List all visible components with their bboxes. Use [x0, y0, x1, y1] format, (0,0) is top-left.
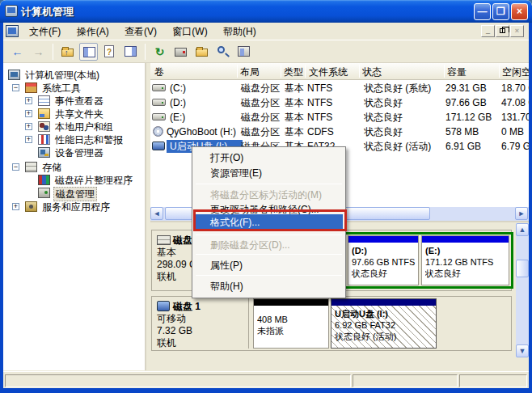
status-bar	[3, 371, 529, 388]
cell-type: 基本	[285, 95, 304, 110]
disk1-type: 可移动	[157, 313, 248, 325]
menu-item-help[interactable]: 帮助(H)	[195, 279, 343, 294]
tree-item-label[interactable]: 本地用户和组	[53, 120, 115, 133]
forward-icon[interactable]: →	[29, 43, 48, 61]
close-button[interactable]: ×	[511, 3, 528, 20]
tree-item-label[interactable]: 性能日志和警报	[53, 133, 125, 146]
app-window-icon	[5, 5, 18, 17]
scroll-left-icon[interactable]: ◄	[150, 207, 163, 220]
column-free-space[interactable]: 空闲空间	[502, 66, 529, 79]
menu-view[interactable]: 查看(V)	[118, 23, 163, 40]
cell-volume[interactable]: (D:)	[170, 95, 186, 110]
menu-item-properties[interactable]: 属性(P)	[195, 258, 343, 273]
cell-volume[interactable]: (C:)	[170, 81, 186, 95]
scroll-down-icon[interactable]: ▼	[516, 344, 529, 357]
child-restore-button[interactable]	[496, 25, 509, 37]
volume-row-e[interactable]: (E:) 磁盘分区 基本 NTFS 状态良好 171.12 GB 131.70	[150, 110, 529, 125]
partition-i-selected[interactable]: U启动U盘 (I:) 6.92 GB FAT32 状态良好 (活动)	[331, 298, 437, 349]
column-status[interactable]: 状态	[362, 66, 382, 79]
column-volume[interactable]: 卷	[154, 66, 164, 79]
cell-volume[interactable]: QyGhoBoot (H:)	[167, 125, 236, 139]
search-icon[interactable]	[213, 43, 232, 61]
logical-drive-bar	[422, 236, 509, 243]
cell-volume[interactable]: (E:)	[170, 110, 185, 125]
expand-icon[interactable]: +	[12, 203, 19, 210]
expand-icon[interactable]: +	[25, 97, 32, 104]
child-minimize-button[interactable]: _	[481, 25, 495, 37]
tree-item-label[interactable]: 事件查看器	[53, 95, 105, 108]
title-bar[interactable]: 计算机管理 — ❐ ×	[0, 0, 532, 23]
cell-status: 状态良好	[364, 95, 403, 110]
tree-item-label[interactable]: 计算机管理(本地)	[23, 69, 101, 82]
cell-type: 基本	[285, 125, 304, 139]
cell-capacity: 97.66 GB	[445, 95, 487, 110]
cell-layout: 磁盘分区	[241, 125, 280, 139]
usb-drive-icon	[152, 142, 165, 150]
collapse-icon[interactable]: −	[12, 163, 19, 171]
column-type[interactable]: 类型	[284, 66, 303, 79]
open-folder-icon[interactable]	[192, 43, 211, 61]
menu-item-explore[interactable]: 资源管理(E)	[195, 166, 343, 180]
disk-properties-icon[interactable]	[171, 43, 190, 61]
menu-item-open[interactable]: 打开(O)	[195, 150, 343, 165]
menu-action[interactable]: 操作(A)	[70, 23, 116, 40]
hard-disk-icon	[157, 235, 171, 245]
unallocated-space[interactable]: 408 MB 未指派	[253, 298, 329, 349]
help-doc-icon[interactable]: ?	[100, 43, 119, 61]
column-layout[interactable]: 布局	[240, 66, 260, 79]
vertical-scroll-thumb[interactable]	[516, 260, 529, 277]
defragmenter-icon	[38, 175, 50, 185]
cell-capacity: 29.31 GB	[445, 81, 487, 95]
menu-help[interactable]: 帮助(H)	[217, 23, 263, 40]
drive-icon	[152, 113, 166, 120]
cell-filesystem: NTFS	[307, 95, 332, 110]
column-capacity[interactable]: 容量	[447, 66, 467, 79]
refresh-icon[interactable]: ↻	[150, 43, 169, 61]
volume-row-h[interactable]: QyGhoBoot (H:) 磁盘分区 基本 CDFS 状态良好 578 MB …	[150, 125, 529, 139]
tree-item-label[interactable]: 设备管理器	[53, 146, 105, 159]
cell-layout: 磁盘分区	[241, 110, 280, 125]
menu-window[interactable]: 窗口(W)	[166, 23, 213, 40]
back-icon[interactable]: ←	[8, 43, 27, 61]
computer-icon	[8, 70, 20, 80]
show-right-pane-icon[interactable]	[121, 43, 140, 61]
show-console-tree-icon[interactable]	[79, 43, 98, 61]
column-filesystem[interactable]: 文件系统	[309, 66, 348, 79]
partition-d[interactable]: (D:) 97.66 GB NTFS 状态良好	[348, 235, 419, 285]
tree-item-label[interactable]: 存储	[40, 161, 63, 174]
scroll-up-icon[interactable]: ▲	[516, 223, 529, 236]
unallocated-bar	[254, 299, 328, 306]
partition-info: 171.12 GB NTFS	[425, 256, 507, 268]
expand-icon[interactable]: +	[25, 136, 32, 143]
disk1-label[interactable]: 磁盘 1 可移动 7.32 GB 联机	[154, 298, 249, 349]
cell-capacity: 578 MB	[445, 125, 479, 139]
up-folder-icon[interactable]: ↑	[58, 43, 77, 61]
expand-icon[interactable]: +	[25, 123, 32, 130]
toolbar: ← → ↑ ? ↻	[3, 41, 529, 63]
collapse-icon[interactable]: −	[12, 84, 19, 91]
scroll-right-icon[interactable]: ►	[515, 207, 528, 220]
cell-capacity: 171.12 GB	[445, 110, 492, 125]
tree-item-label[interactable]: 系统工具	[40, 82, 82, 95]
console-icon[interactable]	[234, 43, 253, 61]
tree-item-label[interactable]: 磁盘管理	[53, 187, 97, 201]
expand-icon[interactable]: +	[25, 110, 32, 117]
tree-item-label[interactable]: 服务和应用程序	[40, 201, 112, 213]
status-segment	[5, 374, 351, 387]
menu-file[interactable]: 文件(F)	[23, 23, 67, 40]
tree-item-label[interactable]: 共享文件夹	[53, 108, 105, 120]
cell-free: 131.70	[501, 110, 529, 125]
disk1-row: 磁盘 1 可移动 7.32 GB 联机 408 MB 未指派 U启动U盘 (I:…	[151, 296, 512, 351]
partition-info: 97.66 GB NTFS	[352, 256, 416, 268]
toolbar-separator	[53, 44, 53, 60]
volume-row-c[interactable]: (C:) 磁盘分区 基本 NTFS 状态良好 (系统) 29.31 GB 18.…	[150, 81, 529, 95]
maximize-button[interactable]: ❐	[492, 3, 509, 20]
partition-e[interactable]: (E:) 171.12 GB NTFS 状态良好	[421, 235, 509, 285]
volume-row-d[interactable]: (D:) 磁盘分区 基本 NTFS 状态良好 97.66 GB 47.08 G	[150, 95, 529, 110]
partition-label: (D:)	[352, 245, 416, 256]
console-window-icon[interactable]	[6, 25, 19, 37]
minimize-button[interactable]: —	[474, 3, 491, 20]
disk1-status: 联机	[157, 337, 248, 349]
tree-item-label[interactable]: 磁盘碎片整理程序	[53, 174, 134, 187]
vertical-scrollbar[interactable]: ▲ ▼	[516, 223, 529, 357]
